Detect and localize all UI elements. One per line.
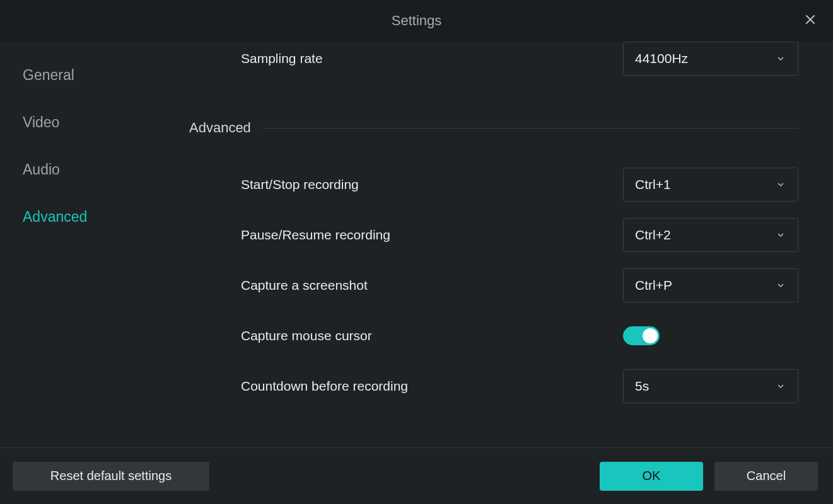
sidebar-item-advanced[interactable]: Advanced xyxy=(23,209,189,226)
select-sampling-rate[interactable]: 44100Hz xyxy=(623,42,798,76)
label-capture-cursor: Capture mouse cursor xyxy=(189,328,623,343)
select-pause-resume[interactable]: Ctrl+2 xyxy=(623,218,798,252)
close-icon xyxy=(804,13,817,28)
sidebar-item-general[interactable]: General xyxy=(23,67,189,84)
row-start-stop: Start/Stop recording Ctrl+1 xyxy=(189,168,798,202)
chevron-down-icon xyxy=(775,179,786,190)
settings-content: Sampling rate 44100Hz Advanced Start/Sto… xyxy=(189,42,833,447)
reset-button[interactable]: Reset default settings xyxy=(13,462,209,491)
row-countdown: Countdown before recording 5s xyxy=(189,369,798,403)
close-button[interactable] xyxy=(801,12,819,30)
chevron-down-icon xyxy=(775,53,786,64)
select-capture-screenshot[interactable]: Ctrl+P xyxy=(623,268,798,302)
select-start-stop[interactable]: Ctrl+1 xyxy=(623,168,798,202)
body: General Video Audio Advanced Sampling ra… xyxy=(0,42,833,447)
ok-button[interactable]: OK xyxy=(600,462,703,491)
toggle-knob xyxy=(643,328,658,343)
sidebar-item-video[interactable]: Video xyxy=(23,114,189,131)
select-countdown[interactable]: 5s xyxy=(623,369,798,403)
label-sampling-rate: Sampling rate xyxy=(189,51,623,66)
row-capture-cursor: Capture mouse cursor xyxy=(189,319,798,353)
select-sampling-rate-value: 44100Hz xyxy=(635,51,688,66)
section-header-label: Advanced xyxy=(189,120,262,136)
label-countdown: Countdown before recording xyxy=(189,379,623,394)
row-capture-screenshot: Capture a screenshot Ctrl+P xyxy=(189,268,798,302)
select-countdown-value: 5s xyxy=(635,379,649,394)
toggle-capture-cursor[interactable] xyxy=(623,326,660,345)
select-start-stop-value: Ctrl+1 xyxy=(635,177,671,192)
row-sampling-rate: Sampling rate 44100Hz xyxy=(189,42,798,76)
label-capture-screenshot: Capture a screenshot xyxy=(189,278,623,293)
chevron-down-icon xyxy=(775,280,786,291)
sidebar-item-audio[interactable]: Audio xyxy=(23,161,189,178)
titlebar: Settings xyxy=(0,0,833,42)
select-capture-screenshot-value: Ctrl+P xyxy=(635,278,672,293)
cancel-button[interactable]: Cancel xyxy=(714,462,818,491)
chevron-down-icon xyxy=(775,229,786,241)
section-header-advanced: Advanced xyxy=(189,120,798,136)
label-start-stop: Start/Stop recording xyxy=(189,177,623,192)
window-title: Settings xyxy=(392,13,442,29)
chevron-down-icon xyxy=(775,381,786,392)
select-pause-resume-value: Ctrl+2 xyxy=(635,227,671,243)
sidebar: General Video Audio Advanced xyxy=(0,42,189,447)
row-pause-resume: Pause/Resume recording Ctrl+2 xyxy=(189,218,798,252)
label-pause-resume: Pause/Resume recording xyxy=(189,227,623,243)
section-divider xyxy=(262,128,798,129)
footer: Reset default settings OK Cancel xyxy=(0,447,833,504)
